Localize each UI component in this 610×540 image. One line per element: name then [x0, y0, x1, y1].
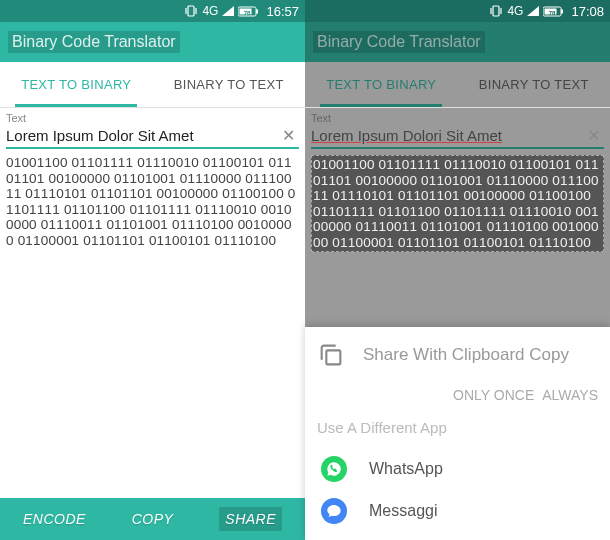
- screen-left: 4G 78 16:57 Binary Code Translator TEXT …: [0, 0, 305, 540]
- clock: 17:08: [571, 4, 604, 19]
- signal-icon: [527, 6, 539, 16]
- battery-icon: 78: [238, 6, 260, 17]
- messaggi-icon: [321, 498, 347, 524]
- app-name: WhatsApp: [369, 460, 443, 478]
- clear-icon[interactable]: ✕: [583, 126, 604, 145]
- vibrate-icon: [489, 5, 503, 17]
- share-title: Share With Clipboard Copy: [363, 345, 569, 365]
- whatsapp-icon: [321, 456, 347, 482]
- app-name: Messaggi: [369, 502, 437, 520]
- binary-output: 01001100 01101111 01110010 01100101 0110…: [6, 155, 299, 248]
- app-item-whatsapp[interactable]: WhatsApp: [317, 448, 598, 490]
- vibrate-icon: [184, 5, 198, 17]
- svg-rect-8: [493, 6, 499, 16]
- only-once-button[interactable]: ONLY ONCE: [453, 387, 534, 403]
- signal-text: 4G: [507, 4, 523, 18]
- svg-marker-3: [222, 6, 234, 16]
- input-label: Text: [6, 112, 299, 124]
- binary-output: 01001100 01101111 01110010 01100101 0110…: [311, 155, 604, 252]
- signal-text: 4G: [202, 4, 218, 18]
- screen-right: 4G 78 17:08 Binary Code Translator TEXT …: [305, 0, 610, 540]
- svg-marker-11: [527, 6, 539, 16]
- copy-icon: [317, 341, 345, 369]
- tab-binary-to-text[interactable]: BINARY TO TEXT: [458, 62, 611, 107]
- svg-rect-16: [326, 350, 340, 364]
- share-sheet: Share With Clipboard Copy ONLY ONCE ALWA…: [305, 327, 610, 540]
- svg-rect-13: [561, 9, 563, 13]
- encode-button[interactable]: ENCODE: [23, 511, 86, 527]
- clear-icon[interactable]: ✕: [278, 126, 299, 145]
- share-options: ONLY ONCE ALWAYS: [317, 387, 598, 403]
- input-row: ✕: [6, 126, 299, 149]
- svg-rect-5: [256, 9, 258, 13]
- app-title: Binary Code Translator: [8, 31, 180, 53]
- svg-text:78: 78: [549, 9, 556, 15]
- tabs: TEXT TO BINARY BINARY TO TEXT: [0, 62, 305, 108]
- tab-text-to-binary[interactable]: TEXT TO BINARY: [305, 62, 458, 107]
- content-area: Text ✕ 01001100 01101111 01110010 011001…: [0, 108, 305, 498]
- svg-text:78: 78: [244, 9, 251, 15]
- share-header: Share With Clipboard Copy: [317, 341, 598, 369]
- battery-icon: 78: [543, 6, 565, 17]
- signal-icon: [222, 6, 234, 16]
- tabs: TEXT TO BINARY BINARY TO TEXT: [305, 62, 610, 108]
- clock: 16:57: [266, 4, 299, 19]
- app-bar: Binary Code Translator: [0, 22, 305, 62]
- tab-binary-to-text[interactable]: BINARY TO TEXT: [153, 62, 306, 107]
- input-label: Text: [311, 112, 604, 124]
- input-row: ✕: [311, 126, 604, 149]
- always-button[interactable]: ALWAYS: [542, 387, 598, 403]
- status-bar: 4G 78 16:57: [0, 0, 305, 22]
- app-title: Binary Code Translator: [313, 31, 485, 53]
- status-bar: 4G 78 17:08: [305, 0, 610, 22]
- use-different-app-label: Use A Different App: [317, 419, 598, 436]
- bottom-bar: ENCODE COPY SHARE: [0, 498, 305, 540]
- copy-button[interactable]: COPY: [132, 511, 174, 527]
- tab-text-to-binary[interactable]: TEXT TO BINARY: [0, 62, 153, 107]
- text-input[interactable]: [311, 127, 583, 144]
- text-input[interactable]: [6, 127, 278, 144]
- app-bar: Binary Code Translator: [305, 22, 610, 62]
- app-item-messaggi[interactable]: Messaggi: [317, 490, 598, 532]
- share-button[interactable]: SHARE: [219, 507, 282, 531]
- svg-rect-0: [188, 6, 194, 16]
